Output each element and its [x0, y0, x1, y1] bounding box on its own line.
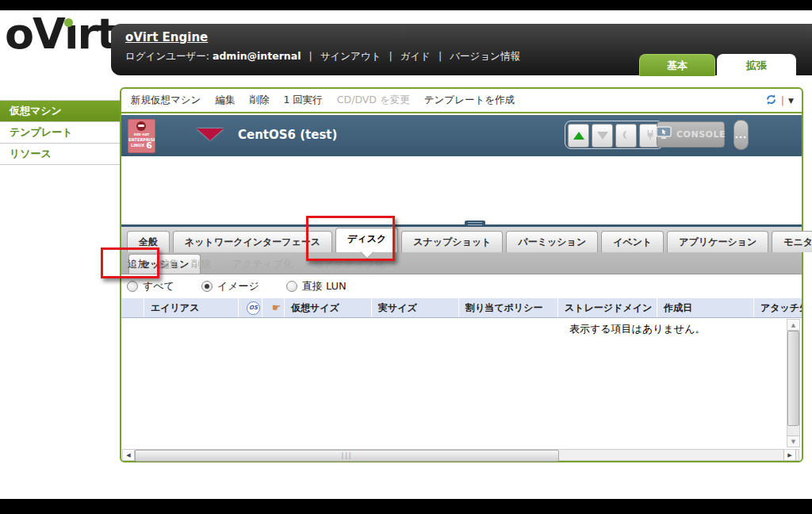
redhat-logo-icon: [136, 121, 146, 131]
toolbar-separator: |: [781, 94, 784, 106]
about-link[interactable]: バージョン情報: [450, 50, 520, 62]
vertical-scrollbar[interactable]: ▲ ▼: [787, 319, 800, 447]
refresh-controls: | ▼: [765, 94, 794, 108]
scroll-right-arrow-icon[interactable]: ▶: [783, 450, 796, 460]
top-black-bar: [0, 0, 812, 10]
column-attached-to[interactable]: アタッチ先: [754, 298, 802, 317]
plug-icon: [645, 128, 656, 144]
column-blank: [121, 298, 144, 317]
edit-disk-button: 編集: [159, 258, 179, 271]
moon-icon: [621, 128, 632, 144]
console-button-label: CONSOLE: [676, 129, 726, 140]
sidebar-item-templates[interactable]: テンプレート: [0, 122, 120, 144]
refresh-icon[interactable]: [765, 94, 777, 108]
empty-table-message: 表示する項目はありません。: [569, 322, 705, 336]
ovirt-webadmin-screen: { "colors": { "accent_green": "#76a22d",…: [0, 0, 812, 514]
vm-banner: RED HAT ENTERPRISE LINUX 6 CentOS6 (test…: [121, 115, 802, 156]
vm-power-button-group: [565, 121, 664, 149]
mode-tab-basic[interactable]: 基本: [639, 54, 715, 76]
column-alias[interactable]: エイリアス: [144, 298, 239, 317]
column-actual-size[interactable]: 実サイズ: [372, 298, 459, 317]
splitter-handle-icon[interactable]: [465, 221, 485, 227]
tab-snapshots[interactable]: スナップショット: [401, 231, 503, 252]
change-cd-button: CD/DVD を変更: [337, 94, 410, 107]
rhel6-os-icon: RED HAT ENTERPRISE LINUX 6: [128, 119, 155, 153]
sidebar-nav: 仮想マシン テンプレート リソース: [0, 100, 120, 165]
sign-out-link[interactable]: サインアウト: [320, 50, 381, 62]
main-panel: 新規仮想マシン 編集 削除 1 回実行 CD/DVD を変更 テンプレートを作成…: [120, 87, 803, 462]
tab-applications[interactable]: アプリケーション: [667, 231, 768, 252]
run-vm-button[interactable]: [568, 124, 589, 148]
sidebar-item-resources[interactable]: リソース: [0, 144, 120, 165]
column-allocation-policy[interactable]: 割り当てポリシー: [459, 298, 558, 317]
column-attach[interactable]: ☛: [262, 298, 285, 317]
tab-monitor[interactable]: モニター: [772, 231, 812, 252]
column-virtual-size[interactable]: 仮想サイズ: [285, 298, 372, 317]
tab-permissions[interactable]: パーミッション: [506, 231, 598, 252]
radio-unchecked-icon[interactable]: [286, 281, 297, 292]
scroll-down-arrow-icon[interactable]: ▼: [787, 435, 799, 447]
shutdown-vm-button[interactable]: [592, 124, 613, 148]
remove-vm-button[interactable]: 削除: [249, 94, 269, 107]
annotation-box-add-button: [101, 247, 159, 278]
new-vm-button[interactable]: 新規仮想マシン: [131, 94, 201, 107]
scroll-up-arrow-icon[interactable]: ▲: [787, 320, 799, 331]
refresh-caret-down-icon[interactable]: ▼: [788, 97, 794, 105]
radio-checked-icon[interactable]: [201, 281, 213, 292]
annotation-box-disks-tab: [306, 216, 395, 261]
mode-tab-advanced[interactable]: 拡張: [717, 54, 796, 76]
scrollbar-grip-icon: |||: [341, 453, 352, 459]
login-label: ログインユーザー:: [125, 50, 209, 62]
logo-text: oV: [5, 9, 64, 59]
column-os[interactable]: OS: [239, 298, 262, 317]
horizontal-scrollbar[interactable]: ◀ ||| ▶: [122, 449, 799, 461]
deactivate-icon: ▽: [304, 260, 311, 269]
console-monitor-icon: [656, 126, 672, 143]
filter-image-option[interactable]: イメージ: [201, 279, 259, 293]
login-user: admin@internal: [213, 50, 301, 62]
make-template-button[interactable]: テンプレートを作成: [424, 94, 515, 107]
attach-hand-icon: ☛: [272, 298, 282, 317]
login-info: ログインユーザー: admin@internal | サインアウト | ガイド …: [125, 50, 520, 63]
console-button: CONSOLE: [657, 121, 725, 148]
guide-link[interactable]: ガイド: [400, 50, 431, 62]
column-creation-date[interactable]: 作成日: [657, 298, 754, 317]
run-icon: [573, 132, 584, 140]
ovirt-logo: oVırt: [5, 13, 116, 56]
horizontal-scrollbar-thumb[interactable]: |||: [135, 450, 559, 462]
bottom-black-bar: [0, 499, 812, 514]
activate-disk-button: △アクティブ化: [223, 258, 293, 271]
more-options-button[interactable]: ...: [733, 120, 749, 150]
app-title-link[interactable]: oVirt Engine: [125, 30, 208, 44]
suspend-vm-button[interactable]: [615, 124, 637, 148]
vertical-scrollbar-thumb[interactable]: [787, 331, 799, 426]
tab-events[interactable]: イベント: [601, 231, 664, 252]
logo-green-dot-icon: [64, 18, 73, 27]
detail-tabstrip: 全般 ネットワークインターフェース ディスク スナップショット パーミッション …: [121, 227, 802, 252]
vm-status-down-icon: [197, 128, 224, 140]
radio-unchecked-icon[interactable]: [127, 281, 138, 292]
filter-all-option[interactable]: すべて: [127, 279, 174, 293]
disks-table-header: エイリアス OS ☛ 仮想サイズ 実サイズ 割り当てポリシー ストレージドメイン…: [121, 298, 802, 318]
vm-name: CentOS6 (test): [238, 128, 337, 142]
edit-vm-button[interactable]: 編集: [215, 94, 235, 107]
shutdown-icon: [597, 132, 608, 140]
scroll-left-arrow-icon[interactable]: ◀: [123, 450, 135, 460]
vm-action-toolbar: 新規仮想マシン 編集 削除 1 回実行 CD/DVD を変更 テンプレートを作成…: [121, 89, 802, 113]
run-once-button[interactable]: 1 回実行: [283, 94, 322, 107]
os-column-icon: OS: [247, 301, 260, 315]
activate-icon: △: [223, 260, 229, 269]
remove-disk-button: 削除: [191, 258, 211, 271]
disk-type-filter: すべて イメージ 直接 LUN: [121, 274, 802, 298]
column-storage-domain[interactable]: ストレージドメイン: [558, 298, 657, 317]
sidebar-item-virtual-machines[interactable]: 仮想マシン: [0, 101, 120, 122]
filter-direct-lun-option[interactable]: 直接 LUN: [286, 279, 347, 293]
